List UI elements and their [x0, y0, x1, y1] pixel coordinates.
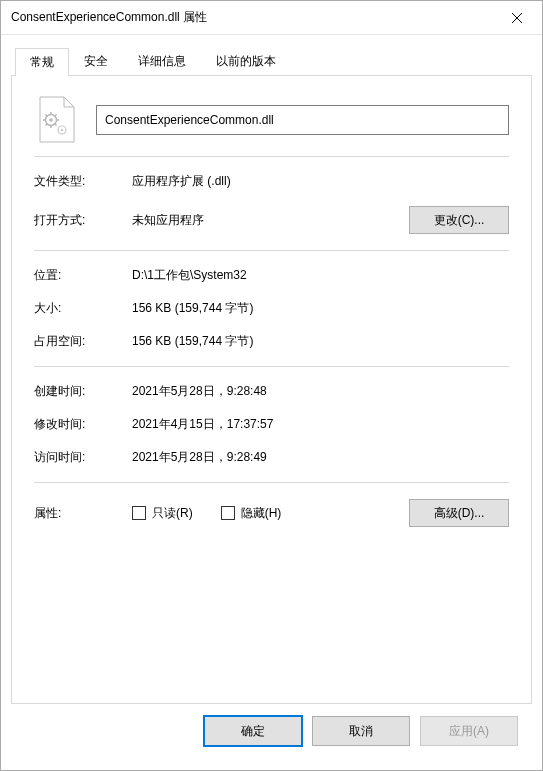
divider [34, 482, 509, 483]
size-on-disk-label: 占用空间: [34, 333, 132, 350]
modified-value: 2021年4月15日，17:37:57 [132, 416, 509, 433]
change-button[interactable]: 更改(C)... [409, 206, 509, 234]
svg-point-13 [61, 129, 63, 131]
hidden-checkbox[interactable]: 隐藏(H) [221, 505, 282, 522]
row-file-type: 文件类型: 应用程序扩展 (.dll) [34, 165, 509, 198]
properties-dialog: ConsentExperienceCommon.dll 属性 常规 安全 详细信… [0, 0, 543, 771]
size-value: 156 KB (159,744 字节) [132, 300, 509, 317]
accessed-label: 访问时间: [34, 449, 132, 466]
hidden-label: 隐藏(H) [241, 505, 282, 522]
close-button[interactable] [494, 3, 540, 33]
size-label: 大小: [34, 300, 132, 317]
row-modified: 修改时间: 2021年4月15日，17:37:57 [34, 408, 509, 441]
window-title: ConsentExperienceCommon.dll 属性 [11, 9, 494, 26]
file-icon [34, 98, 78, 142]
tab-security[interactable]: 安全 [69, 47, 123, 75]
tab-general[interactable]: 常规 [15, 48, 69, 76]
row-open-with: 打开方式: 未知应用程序 更改(C)... [34, 198, 509, 242]
tab-previous-versions[interactable]: 以前的版本 [201, 47, 291, 75]
size-on-disk-value: 156 KB (159,744 字节) [132, 333, 509, 350]
row-attributes: 属性: 只读(R) 隐藏(H) 高级(D)... [34, 491, 509, 535]
apply-button[interactable]: 应用(A) [420, 716, 518, 746]
divider [34, 156, 509, 157]
cancel-button[interactable]: 取消 [312, 716, 410, 746]
divider [34, 366, 509, 367]
row-location: 位置: D:\1工作包\System32 [34, 259, 509, 292]
created-label: 创建时间: [34, 383, 132, 400]
titlebar: ConsentExperienceCommon.dll 属性 [1, 1, 542, 35]
row-size: 大小: 156 KB (159,744 字节) [34, 292, 509, 325]
dialog-footer: 确定 取消 应用(A) [11, 704, 532, 760]
row-size-on-disk: 占用空间: 156 KB (159,744 字节) [34, 325, 509, 358]
row-accessed: 访问时间: 2021年5月28日，9:28:49 [34, 441, 509, 474]
filename-input[interactable] [96, 105, 509, 135]
tab-panel-general: 文件类型: 应用程序扩展 (.dll) 打开方式: 未知应用程序 更改(C)..… [11, 75, 532, 704]
attributes-label: 属性: [34, 505, 132, 522]
checkbox-icon [221, 506, 235, 520]
tabstrip: 常规 安全 详细信息 以前的版本 [11, 47, 532, 75]
close-icon [512, 13, 522, 23]
properties-rows: 文件类型: 应用程序扩展 (.dll) 打开方式: 未知应用程序 更改(C)..… [34, 165, 509, 535]
file-type-value: 应用程序扩展 (.dll) [132, 173, 509, 190]
checkbox-icon [132, 506, 146, 520]
location-value: D:\1工作包\System32 [132, 267, 509, 284]
dll-icon [36, 96, 76, 144]
readonly-label: 只读(R) [152, 505, 193, 522]
dialog-body: 常规 安全 详细信息 以前的版本 [1, 35, 542, 770]
accessed-value: 2021年5月28日，9:28:49 [132, 449, 509, 466]
location-label: 位置: [34, 267, 132, 284]
advanced-button[interactable]: 高级(D)... [409, 499, 509, 527]
ok-button[interactable]: 确定 [204, 716, 302, 746]
open-with-label: 打开方式: [34, 212, 132, 229]
modified-label: 修改时间: [34, 416, 132, 433]
svg-point-3 [49, 118, 53, 122]
open-with-value: 未知应用程序 [132, 212, 409, 229]
file-type-label: 文件类型: [34, 173, 132, 190]
filename-row [34, 98, 509, 142]
divider [34, 250, 509, 251]
readonly-checkbox[interactable]: 只读(R) [132, 505, 193, 522]
tab-details[interactable]: 详细信息 [123, 47, 201, 75]
row-created: 创建时间: 2021年5月28日，9:28:48 [34, 375, 509, 408]
created-value: 2021年5月28日，9:28:48 [132, 383, 509, 400]
